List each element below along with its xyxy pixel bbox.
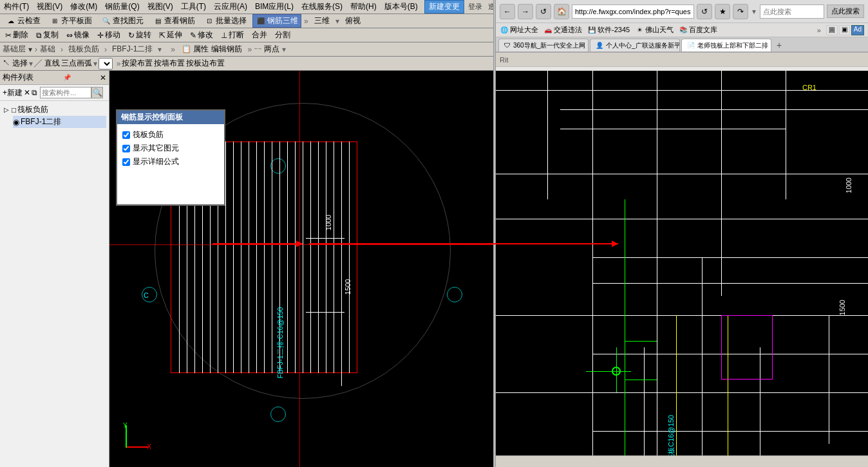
copy-component-icon[interactable]: ⧉ xyxy=(32,88,37,97)
bookmark-traffic[interactable]: 🚗 交通违法 xyxy=(543,25,582,35)
tab-gld[interactable]: 👤 个人中心_广联达服务新平 ✕ xyxy=(590,39,680,51)
cloud-check-button[interactable]: ☁ 云检查 xyxy=(3,14,44,28)
split-button[interactable]: 分割 xyxy=(272,29,293,41)
move-button[interactable]: ✛ 移动 xyxy=(95,29,123,41)
software-icon: 💾 xyxy=(587,26,596,35)
extra-btn1[interactable]: 圖 xyxy=(826,25,838,35)
extend-button[interactable]: ⇱ 延伸 xyxy=(156,29,185,41)
new-change-button[interactable]: 新建变更 xyxy=(424,0,464,14)
by-edge-button[interactable]: 按板边布置 xyxy=(186,58,225,69)
struct-line-h6 xyxy=(592,257,868,258)
break-button[interactable]: ⊥ 打断 xyxy=(218,29,247,41)
search-input[interactable] xyxy=(760,5,824,19)
home-button[interactable]: 🏠 xyxy=(554,4,569,19)
select-button[interactable]: ↖ 选择 xyxy=(3,58,28,69)
star-button[interactable]: ★ xyxy=(715,4,730,19)
menu-item-cloud[interactable]: 云应用(A) xyxy=(210,1,251,12)
merge-button[interactable]: 合并 xyxy=(249,29,270,41)
back-button[interactable]: ← xyxy=(500,4,515,19)
edit-rebar-button[interactable]: 编辑钢筋 xyxy=(211,44,242,55)
bookmark-baidu-lib[interactable]: 📚 百度文库 xyxy=(679,25,717,35)
bookmark-software[interactable]: 💾 软件-2345 xyxy=(587,25,630,35)
menu-item-view2[interactable]: 视图(V) xyxy=(144,1,177,12)
mirror-icon: ⇔ xyxy=(66,31,73,40)
view-rebar-button[interactable]: ▤ 查看钢筋 xyxy=(149,14,198,28)
tab-teacher[interactable]: 📄 老师筏板上部和下部二排 ✕ xyxy=(681,39,771,51)
rebar-control-panel[interactable]: 钢筋显示控制面板 筏板负筋 显示其它图元 显示详细公式 xyxy=(116,109,225,206)
move-icon: ✛ xyxy=(97,31,104,40)
by-wall-button[interactable]: 按墙布置 xyxy=(154,58,185,69)
rotate-button[interactable]: ↻ 旋转 xyxy=(126,29,154,41)
tree-item-foundation[interactable]: ▷ □ 筏板负筋 xyxy=(3,104,106,116)
shape-select[interactable] xyxy=(99,58,113,69)
3d-view-button[interactable]: 三维 xyxy=(311,14,333,28)
x-label: X xyxy=(147,443,151,450)
menu-item-rebar-qty[interactable]: 钢筋量(Q) xyxy=(101,1,143,12)
login-status: 登录 造价豆:0 🔔 我要建议 xyxy=(464,2,496,12)
top-view-button[interactable]: 俯视 xyxy=(342,14,364,28)
new-tab-button[interactable]: + xyxy=(773,39,786,51)
extra-btn2[interactable]: ▣ xyxy=(839,25,850,35)
url-input[interactable] xyxy=(572,5,694,19)
rebar-3d-button[interactable]: ⬛ 钢筋三维 xyxy=(252,14,301,28)
panel-title[interactable]: 钢筋显示控制面板 xyxy=(117,111,224,124)
bookmark-site-nav[interactable]: 🌐 网址大全 xyxy=(500,25,538,35)
edit-button[interactable]: ✎ 修改 xyxy=(187,29,216,41)
sidebar-pin-icon[interactable]: 📌 xyxy=(63,74,71,81)
checkbox-input-other[interactable] xyxy=(122,145,130,152)
find-element-button[interactable]: 🔍 查找图元 xyxy=(98,14,147,28)
menu-item-view[interactable]: 视图(V) xyxy=(33,1,66,12)
dim-line-v xyxy=(341,238,342,386)
browser-tabs: 🛡 360导航_新一代安全上网 ✕ 👤 个人中心_广联达服务新平 ✕ 📄 老师筏… xyxy=(496,37,868,53)
mirror-button[interactable]: ⇔ 镜像 xyxy=(64,29,92,41)
menu-item-online[interactable]: 在线服务(S) xyxy=(297,1,346,12)
line-button[interactable]: ╱ 直线 xyxy=(34,58,59,69)
extra-btn3[interactable]: Ad xyxy=(851,25,864,35)
menu-item-version[interactable]: 版本号(B) xyxy=(381,1,422,12)
bookmark-baidu-label: 百度文库 xyxy=(689,25,717,35)
forward-button[interactable]: → xyxy=(518,4,533,19)
checkbox-slab-rebar[interactable]: 筏板负筋 xyxy=(122,128,219,142)
menu-item-bim[interactable]: BIM应用(L) xyxy=(251,1,297,12)
tab-teacher-close[interactable]: ✕ xyxy=(771,42,771,50)
refresh2-button[interactable]: ↺ xyxy=(697,4,712,19)
sidebar-close-icon[interactable]: ✕ xyxy=(100,73,106,82)
bookmark-weather[interactable]: ☀ 佛山天气 xyxy=(635,25,674,35)
align-slab-button[interactable]: ⊞ 齐平板面 xyxy=(46,14,95,28)
browser-chrome: ← → ↺ 🏠 ↺ ★ ↷ ▾ 点此搜索 🌐 网址大全 🚗 交通违法 💾 xyxy=(496,0,868,71)
batch-select-button[interactable]: ⊡ 批量选择 xyxy=(201,14,250,28)
coordinate-axes: X Y xyxy=(119,422,151,454)
tree-leaf-fbfj1[interactable]: ◉ FBFJ-1二排 xyxy=(13,116,106,128)
cad-right-viewport[interactable]: CR1 1000 1500 T-筏板C16@150 xyxy=(496,71,868,467)
delete-component-icon[interactable]: ✕ xyxy=(24,88,30,97)
tab-360-close[interactable]: ✕ xyxy=(588,42,589,50)
search-button[interactable]: 🔍 xyxy=(91,87,103,98)
menu-item-modify[interactable]: 修改(M) xyxy=(66,1,101,12)
delete-button[interactable]: ✂ 删除 xyxy=(3,29,31,41)
search-input[interactable] xyxy=(40,87,91,98)
search-action-button[interactable]: 点此搜索 xyxy=(827,5,864,18)
by-beam-button[interactable]: 按梁布置 xyxy=(122,58,153,69)
two-point-button[interactable]: ╌ 两点 xyxy=(254,44,279,55)
bookmark-weather-label: 佛山天气 xyxy=(645,25,674,35)
green-crosshair-v xyxy=(616,347,617,392)
menu-item-component[interactable]: 构件(T) xyxy=(0,1,33,12)
arc-button[interactable]: 三点画弧 xyxy=(61,58,92,69)
menu-item-tools[interactable]: 工具(T) xyxy=(177,1,210,12)
new-component-button[interactable]: +新建 xyxy=(3,87,23,98)
copy-button[interactable]: ⧉ 复制 xyxy=(33,29,61,41)
checkbox-input-slab[interactable] xyxy=(122,131,130,139)
tab-360[interactable]: 🛡 360导航_新一代安全上网 ✕ xyxy=(498,39,589,51)
checkbox-other-elements[interactable]: 显示其它图元 xyxy=(122,142,219,155)
properties-button[interactable]: 📋 属性 xyxy=(182,44,209,55)
refresh-button[interactable]: ↺ xyxy=(536,4,551,19)
struct-line-h7 xyxy=(592,283,868,284)
forward2-button[interactable]: ↷ xyxy=(733,4,748,19)
edit-icon: ✎ xyxy=(190,31,196,40)
checkbox-detail-formula[interactable]: 显示详细公式 xyxy=(122,155,219,169)
menu-item-help[interactable]: 帮助(H) xyxy=(346,1,381,12)
checkbox-input-formula[interactable] xyxy=(122,158,130,166)
y-label: Y xyxy=(123,422,127,429)
tab-teacher-icon: 📄 xyxy=(687,42,695,49)
more-bookmarks-icon[interactable]: » xyxy=(817,26,821,34)
